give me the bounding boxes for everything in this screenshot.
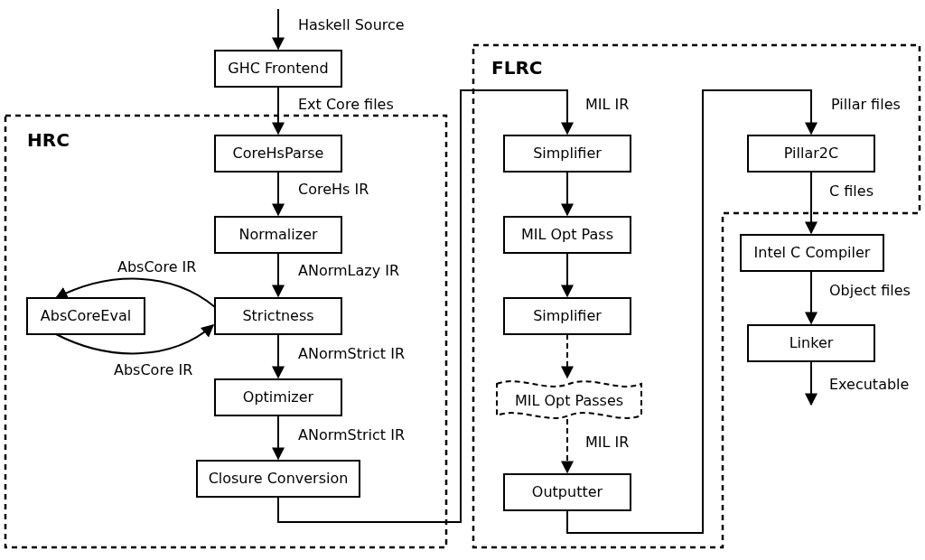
- simplifier1-label: Simplifier: [533, 145, 602, 162]
- label-objfiles: Object files: [829, 282, 911, 299]
- label-mil-ir-in: MIL IR: [585, 96, 629, 113]
- mil-opt-pass-label: MIL Opt Pass: [521, 226, 613, 243]
- label-anormstrict2: ANormStrict IR: [298, 426, 405, 443]
- abscoreeval-label: AbsCoreEval: [41, 307, 131, 324]
- optimizer-label: Optimizer: [243, 388, 314, 406]
- linker-label: Linker: [790, 334, 834, 351]
- mil-opt-passes-label: MIL Opt Passes: [515, 392, 623, 409]
- label-abscore-bottom: AbsCore IR: [114, 361, 192, 378]
- hrc-title: HRC: [27, 129, 70, 151]
- label-executable: Executable: [829, 376, 909, 393]
- flrc-title: FLRC: [491, 57, 542, 79]
- simplifier2-label: Simplifier: [533, 307, 602, 324]
- corehsparse-label: CoreHsParse: [233, 145, 324, 162]
- label-pillar-files: Pillar files: [831, 96, 901, 113]
- normalizer-label: Normalizer: [238, 226, 318, 243]
- label-abscore-top: AbsCore IR: [117, 258, 196, 275]
- closure-conversion-label: Closure Conversion: [209, 470, 349, 487]
- strictness-label: Strictness: [242, 307, 313, 324]
- label-anormlazy-ir: ANormLazy IR: [298, 262, 399, 279]
- outputter-label: Outputter: [532, 483, 603, 500]
- label-haskell-source: Haskell Source: [298, 16, 405, 33]
- label-ext-core: Ext Core files: [298, 96, 394, 113]
- compiler-pipeline-diagram: HRC FLRC GHC Frontend CoreHsParse Normal…: [0, 0, 925, 560]
- label-cfiles: C files: [829, 182, 874, 200]
- intel-cc-label: Intel C Compiler: [754, 244, 871, 261]
- label-mil-ir-out: MIL IR: [585, 434, 629, 451]
- ghc-frontend-label: GHC Frontend: [228, 60, 328, 77]
- label-corehs-ir: CoreHs IR: [298, 181, 369, 198]
- pillar2c-label: Pillar2C: [784, 145, 838, 162]
- label-anormstrict1: ANormStrict IR: [298, 345, 405, 362]
